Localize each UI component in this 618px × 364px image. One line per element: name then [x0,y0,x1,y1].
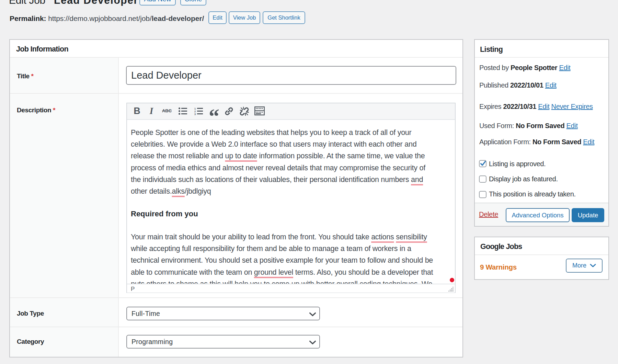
svg-text:3: 3 [194,113,196,115]
